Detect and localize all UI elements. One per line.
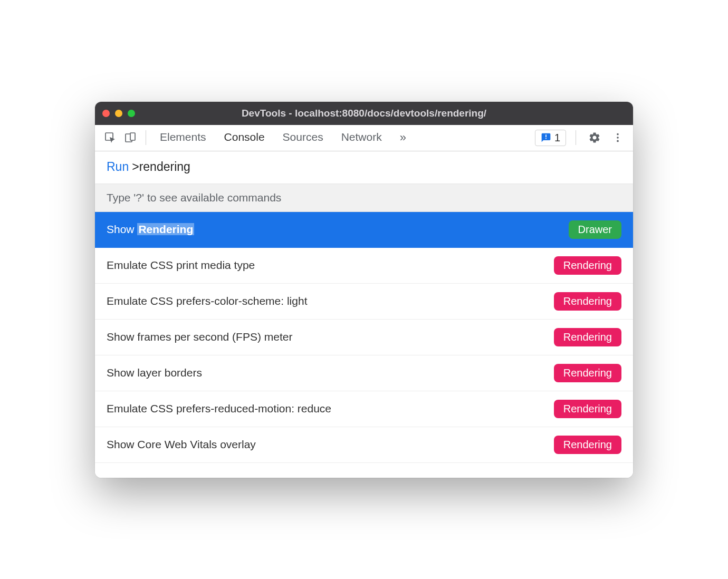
toolbar-divider bbox=[576, 130, 576, 145]
inspect-element-icon[interactable] bbox=[101, 129, 119, 147]
svg-rect-2 bbox=[130, 133, 135, 140]
traffic-lights bbox=[102, 110, 135, 117]
tabs: Elements Console Sources Network » bbox=[160, 131, 406, 144]
run-prefix: > bbox=[132, 160, 139, 174]
run-label: Run bbox=[107, 160, 129, 174]
overflow-cut bbox=[95, 463, 633, 478]
result-item[interactable]: Emulate CSS print media typeRendering bbox=[95, 248, 633, 284]
result-text: Show layer borders bbox=[107, 366, 202, 379]
maximize-icon[interactable] bbox=[128, 110, 135, 117]
tab-network[interactable]: Network bbox=[341, 131, 382, 144]
window-title: DevTools - localhost:8080/docs/devtools/… bbox=[242, 108, 486, 119]
tab-elements[interactable]: Elements bbox=[160, 131, 206, 144]
result-item[interactable]: Emulate CSS prefers-color-scheme: lightR… bbox=[95, 284, 633, 320]
result-text: Show Core Web Vitals overlay bbox=[107, 438, 256, 451]
category-pill: Rendering bbox=[554, 436, 621, 454]
issues-badge[interactable]: 1 bbox=[535, 130, 566, 146]
result-item[interactable]: Emulate CSS prefers-reduced-motion: redu… bbox=[95, 391, 633, 427]
issues-count: 1 bbox=[554, 132, 560, 144]
result-item[interactable]: Show frames per second (FPS) meterRender… bbox=[95, 320, 633, 355]
toolbar: Elements Console Sources Network » 1 bbox=[95, 125, 633, 151]
result-list: Show RenderingDrawerEmulate CSS print me… bbox=[95, 212, 633, 463]
result-text: Show Rendering bbox=[107, 223, 194, 236]
gear-icon[interactable] bbox=[586, 129, 604, 147]
titlebar: DevTools - localhost:8080/docs/devtools/… bbox=[95, 102, 633, 125]
category-pill: Rendering bbox=[554, 400, 621, 418]
result-text: Show frames per second (FPS) meter bbox=[107, 331, 292, 343]
result-text: Emulate CSS prefers-color-scheme: light bbox=[107, 295, 307, 307]
category-pill: Rendering bbox=[554, 292, 621, 311]
svg-point-4 bbox=[617, 137, 619, 139]
device-toolbar-icon[interactable] bbox=[121, 129, 139, 147]
help-text: Type '?' to see available commands bbox=[95, 184, 633, 212]
more-vert-icon[interactable] bbox=[609, 129, 627, 147]
tab-console[interactable]: Console bbox=[224, 131, 265, 144]
tab-sources[interactable]: Sources bbox=[283, 131, 323, 144]
command-menu: Run >rendering Type '?' to see available… bbox=[95, 151, 633, 478]
result-item[interactable]: Show RenderingDrawer bbox=[95, 212, 633, 248]
minimize-icon[interactable] bbox=[115, 110, 122, 117]
result-text: Emulate CSS print media type bbox=[107, 259, 255, 272]
category-pill: Rendering bbox=[554, 364, 621, 382]
command-input[interactable]: rendering bbox=[139, 160, 190, 174]
svg-point-3 bbox=[617, 133, 619, 136]
svg-point-5 bbox=[617, 140, 619, 142]
close-icon[interactable] bbox=[102, 110, 110, 117]
toolbar-right: 1 bbox=[535, 129, 627, 147]
toolbar-divider bbox=[146, 130, 146, 145]
command-input-row[interactable]: Run >rendering bbox=[95, 151, 633, 184]
result-item[interactable]: Show Core Web Vitals overlayRendering bbox=[95, 427, 633, 463]
result-text: Emulate CSS prefers-reduced-motion: redu… bbox=[107, 402, 331, 415]
devtools-window: DevTools - localhost:8080/docs/devtools/… bbox=[95, 102, 633, 478]
result-item[interactable]: Show layer bordersRendering bbox=[95, 355, 633, 391]
category-pill: Rendering bbox=[554, 256, 621, 275]
more-tabs-icon[interactable]: » bbox=[400, 131, 406, 144]
category-pill: Rendering bbox=[554, 328, 621, 346]
category-pill: Drawer bbox=[569, 220, 621, 239]
